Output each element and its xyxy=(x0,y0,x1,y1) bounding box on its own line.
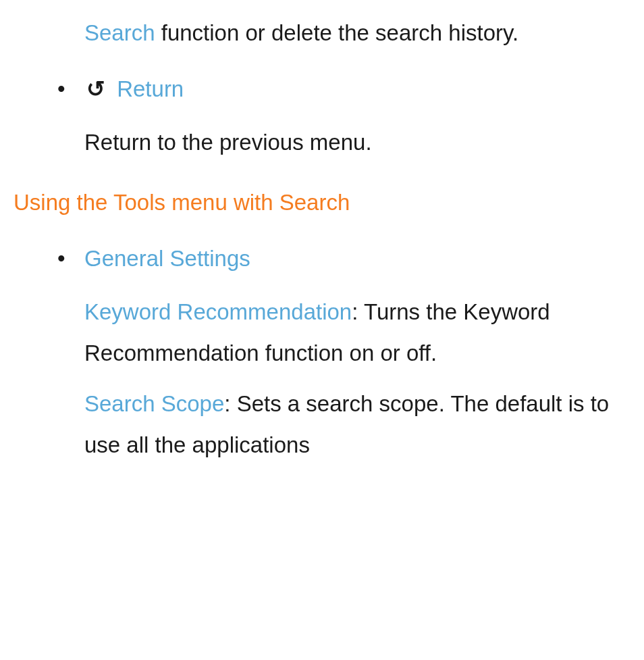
return-item-body: Return to the previous menu. xyxy=(84,122,630,163)
keyword-recommendation-para: Keyword Recommendation: Turns the Keywor… xyxy=(84,291,630,374)
general-settings-head: General Settings xyxy=(84,238,630,279)
return-icon: ↺ xyxy=(84,68,107,109)
first-paragraph-rest: function or delete the search history. xyxy=(155,20,519,45)
return-item: ↺ Return Return to the previous menu. xyxy=(51,68,630,163)
search-scope-link[interactable]: Search Scope xyxy=(84,391,224,416)
top-list: ↺ Return Return to the previous menu. xyxy=(14,68,630,163)
general-settings-item: General Settings Keyword Recommendation:… xyxy=(51,238,630,465)
return-item-head: ↺ Return xyxy=(84,68,630,109)
section-heading: Using the Tools menu with Search xyxy=(14,182,630,223)
search-scope-para: Search Scope: Sets a search scope. The d… xyxy=(84,383,630,465)
search-link[interactable]: Search xyxy=(84,20,155,45)
return-link[interactable]: Return xyxy=(117,76,184,101)
general-settings-link[interactable]: General Settings xyxy=(84,246,250,271)
first-paragraph-fragment: Search function or delete the search his… xyxy=(14,12,630,53)
keyword-recommendation-link[interactable]: Keyword Recommendation xyxy=(84,299,352,324)
tools-list: General Settings Keyword Recommendation:… xyxy=(14,238,630,465)
